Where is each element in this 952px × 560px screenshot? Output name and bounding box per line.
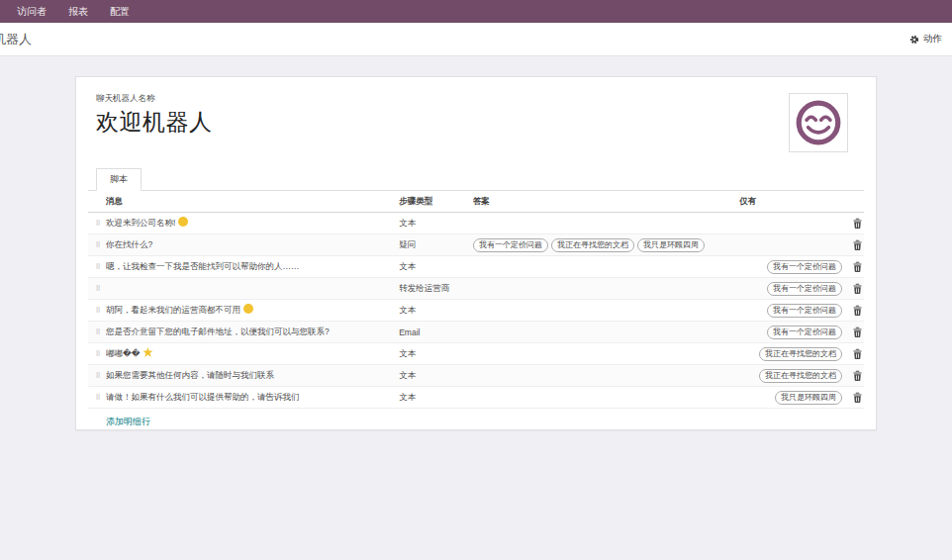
- only-if-chip[interactable]: 我有一个定价问题: [767, 304, 842, 318]
- step-message: 嘟嘟��: [106, 348, 140, 358]
- header-step-type[interactable]: 步骤类型: [399, 196, 473, 208]
- table-header-row: 消息 步骤类型 答案 仅有: [88, 191, 864, 213]
- step-message: 您是否介意留下您的电子邮件地址，以便我们可以与您联系?: [106, 327, 330, 336]
- trash-icon: [853, 218, 862, 229]
- table-row[interactable]: ⠿ 嘟嘟��✨ 文本 我正在寻找您的文档: [88, 343, 864, 365]
- table-row[interactable]: ⠿ 请做！如果有什么我们可以提供帮助的，请告诉我们 文本 我只是环顾四周: [88, 387, 864, 409]
- step-type: Email: [399, 327, 473, 337]
- trash-icon: [853, 239, 862, 250]
- only-if-chip[interactable]: 我正在寻找您的文档: [759, 347, 842, 361]
- drag-handle-icon[interactable]: ⠿: [90, 263, 106, 271]
- nav-item-visitors[interactable]: 访问者: [6, 0, 57, 23]
- answer-chip[interactable]: 我有一个定价问题: [473, 238, 548, 252]
- step-message: 如果您需要其他任何内容，请随时与我们联系: [106, 370, 274, 380]
- action-menu-button[interactable]: 动作: [909, 33, 942, 46]
- chatbot-form-sheet: 聊天机器人名称 欢迎机器人 脚本 消息 步骤类型 答案 仅有: [75, 76, 877, 430]
- step-message: 你在找什么?: [106, 239, 152, 249]
- step-type: 疑问: [399, 239, 473, 251]
- step-type: 转发给运营商: [399, 283, 473, 295]
- delete-row-button[interactable]: [853, 392, 862, 403]
- step-message: 嗯，让我检查一下我是否能找到可以帮助你的人……: [106, 261, 300, 271]
- table-row[interactable]: ⠿ 您是否介意留下您的电子邮件地址，以便我们可以与您联系? Email 我有一个…: [88, 322, 864, 343]
- only-if-chip[interactable]: 我只是环顾四周: [775, 391, 842, 405]
- gear-icon: [909, 35, 919, 45]
- control-panel: 机器人 动作: [0, 23, 952, 56]
- trash-icon: [853, 305, 862, 316]
- table-row[interactable]: ⠿ 欢迎来到公司名称!👋 文本: [88, 213, 864, 234]
- chatbot-name-label: 聊天机器人名称: [96, 93, 213, 105]
- table-row[interactable]: ⠿ 嗯，让我检查一下我是否能找到可以帮助你的人…… 文本 我有一个定价问题: [88, 256, 864, 278]
- step-message: 请做！如果有什么我们可以提供帮助的，请告诉我们: [106, 392, 300, 402]
- delete-row-button[interactable]: [853, 239, 862, 250]
- add-line-link[interactable]: 添加明细行: [106, 416, 150, 428]
- smiley-face-icon: [794, 98, 843, 147]
- trash-icon: [853, 283, 862, 294]
- drag-handle-icon[interactable]: ⠿: [90, 394, 106, 402]
- header-answers[interactable]: 答案: [473, 196, 739, 208]
- header-message[interactable]: 消息: [106, 196, 399, 208]
- drag-handle-icon[interactable]: ⠿: [90, 372, 106, 380]
- step-type: 文本: [399, 218, 473, 230]
- nav-item-reports[interactable]: 报表: [57, 0, 99, 23]
- table-row[interactable]: ⠿ 如果您需要其他任何内容，请随时与我们联系 文本 我正在寻找您的文档: [88, 365, 864, 387]
- confused-emoji-icon: 😕: [243, 304, 253, 314]
- delete-row-button[interactable]: [853, 305, 862, 316]
- action-menu-label: 动作: [923, 33, 942, 46]
- chatbot-avatar[interactable]: [789, 93, 848, 152]
- step-answers: 我有一个定价问题 我正在寻找您的文档 我只是环顾四周: [473, 238, 739, 252]
- step-type: 文本: [399, 392, 473, 404]
- sparkle-emoji-icon: ✨: [143, 347, 152, 357]
- title-block: 聊天机器人名称 欢迎机器人: [96, 93, 213, 138]
- trash-icon: [853, 370, 862, 381]
- delete-row-button[interactable]: [853, 370, 862, 381]
- breadcrumb[interactable]: 机器人: [0, 31, 32, 48]
- step-message: 欢迎来到公司名称!: [106, 218, 175, 228]
- drag-handle-icon[interactable]: ⠿: [90, 241, 106, 249]
- drag-handle-icon[interactable]: ⠿: [90, 307, 106, 315]
- step-type: 文本: [399, 261, 473, 273]
- drag-handle-icon[interactable]: ⠿: [90, 328, 106, 336]
- only-if-chip[interactable]: 我有一个定价问题: [767, 326, 842, 339]
- sheet-header: 聊天机器人名称 欢迎机器人: [88, 93, 864, 152]
- main-content: 聊天机器人名称 欢迎机器人 脚本 消息 步骤类型 答案 仅有: [0, 56, 952, 430]
- delete-row-button[interactable]: [853, 348, 862, 359]
- step-type: 文本: [399, 305, 473, 317]
- answer-chip[interactable]: 我正在寻找您的文档: [551, 238, 634, 252]
- trash-icon: [853, 348, 862, 359]
- table-row[interactable]: ⠿ 胡阿，看起来我们的运营商都不可用😕 文本 我有一个定价问题: [88, 300, 864, 322]
- delete-row-button[interactable]: [853, 327, 862, 337]
- only-if-chip[interactable]: 我正在寻找您的文档: [759, 369, 842, 383]
- delete-row-button[interactable]: [853, 261, 862, 272]
- trash-icon: [853, 392, 862, 403]
- delete-row-button[interactable]: [853, 218, 862, 229]
- table-row[interactable]: ⠿ 转发给运营商 我有一个定价问题: [88, 278, 864, 300]
- notebook-tabs: 脚本: [88, 168, 864, 191]
- trash-icon: [853, 261, 862, 272]
- header-only-if[interactable]: 仅有: [739, 196, 842, 208]
- only-if-chip[interactable]: 我有一个定价问题: [767, 260, 842, 274]
- drag-handle-icon[interactable]: ⠿: [90, 350, 106, 358]
- script-steps-table: 消息 步骤类型 答案 仅有 ⠿ 欢迎来到公司名称!👋 文本 ⠿ 你在找什么? 疑…: [88, 191, 864, 428]
- nav-item-configuration[interactable]: 配置: [99, 0, 141, 23]
- step-message: 胡阿，看起来我们的运营商都不可用: [106, 305, 240, 315]
- step-type: 文本: [399, 348, 473, 360]
- drag-handle-icon[interactable]: ⠿: [90, 285, 106, 293]
- step-type: 文本: [399, 370, 473, 382]
- wave-emoji-icon: 👋: [178, 217, 188, 227]
- tab-script[interactable]: 脚本: [96, 168, 142, 191]
- answer-chip[interactable]: 我只是环顾四周: [637, 238, 705, 252]
- drag-handle-icon[interactable]: ⠿: [90, 220, 106, 228]
- delete-row-button[interactable]: [853, 283, 862, 294]
- top-nav: 访问者 报表 配置: [0, 0, 952, 23]
- chatbot-name-value[interactable]: 欢迎机器人: [96, 107, 213, 138]
- only-if-chip[interactable]: 我有一个定价问题: [767, 282, 842, 296]
- table-row[interactable]: ⠿ 你在找什么? 疑问 我有一个定价问题 我正在寻找您的文档 我只是环顾四周: [88, 234, 864, 256]
- trash-icon: [853, 327, 862, 337]
